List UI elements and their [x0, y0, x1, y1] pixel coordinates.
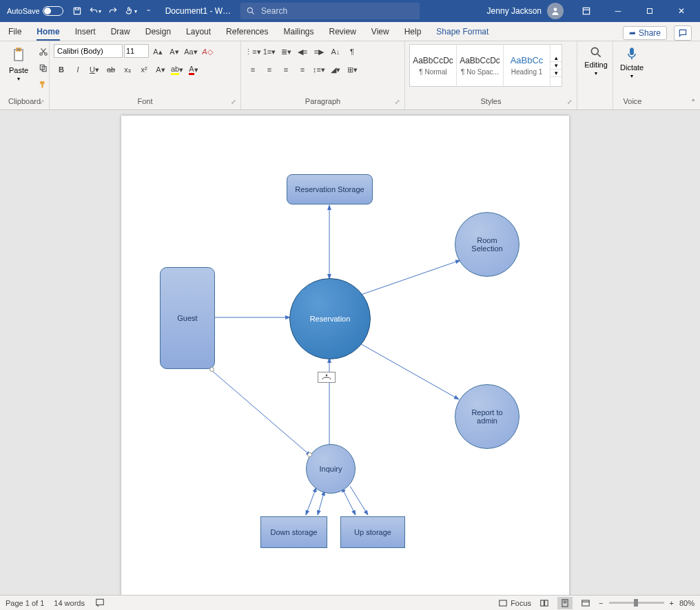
strikethrough-button[interactable]: ab — [103, 62, 119, 77]
layout-options-button[interactable] — [318, 372, 336, 383]
clipboard-launcher[interactable]: ⤢ — [39, 98, 45, 105]
cut-button[interactable] — [36, 44, 51, 59]
borders-button[interactable]: ⊞▾ — [344, 62, 360, 77]
tab-file[interactable]: File — [8, 27, 21, 41]
align-left-button[interactable]: ≡ — [245, 62, 260, 77]
undo-button[interactable]: ▾ — [88, 4, 102, 18]
autosave-switch-off[interactable] — [43, 6, 63, 16]
spelling-icon[interactable] — [94, 598, 105, 609]
tab-shape-format[interactable]: Shape Format — [436, 27, 488, 41]
selection-handle[interactable] — [209, 367, 214, 372]
shape-down-storage[interactable]: Down storage — [260, 516, 327, 548]
word-count[interactable]: 14 words — [54, 599, 85, 607]
change-case-button[interactable]: Aa▾ — [183, 44, 198, 59]
selection-handle[interactable] — [307, 452, 312, 457]
increase-indent-button[interactable]: ≡▶ — [311, 44, 327, 59]
styles-more[interactable]: ▾ — [550, 70, 562, 77]
shape-room-selection[interactable]: Room Selection — [455, 212, 519, 277]
shrink-font-button[interactable]: A▾ — [167, 44, 182, 59]
web-layout-button[interactable] — [578, 597, 593, 609]
styles-scroll-down[interactable]: ▾ — [550, 62, 562, 70]
tab-insert[interactable]: Insert — [75, 27, 96, 41]
font-launcher[interactable]: ⤢ — [231, 98, 236, 105]
tab-home[interactable]: Home — [37, 27, 59, 41]
qat-customize[interactable]: ⁼ — [142, 4, 156, 18]
read-mode-button[interactable] — [537, 597, 552, 609]
font-name-combo[interactable] — [54, 44, 123, 58]
subscript-button[interactable]: x₂ — [120, 62, 135, 77]
zoom-out-button[interactable]: − — [599, 599, 603, 607]
superscript-button[interactable]: x² — [136, 62, 152, 77]
justify-button[interactable]: ≡ — [295, 62, 310, 77]
italic-button[interactable]: I — [70, 62, 85, 77]
bold-button[interactable]: B — [54, 62, 69, 77]
user-account[interactable]: Jenny Jackson — [487, 3, 564, 19]
styles-scroll-up[interactable]: ▴ — [550, 54, 562, 62]
zoom-slider[interactable] — [609, 602, 664, 604]
zoom-in-button[interactable]: + — [670, 599, 674, 607]
page[interactable]: Reservation Storage Room Selection Guest… — [121, 116, 569, 595]
close-button[interactable]: ✕ — [666, 0, 697, 22]
print-layout-button[interactable] — [557, 597, 573, 609]
search-bar[interactable]: Search — [240, 3, 420, 19]
style-normal[interactable]: AaBbCcDc¶ Normal — [410, 45, 457, 86]
multilevel-list-button[interactable]: ≣▾ — [278, 44, 294, 59]
shading-button[interactable]: ◢▾ — [328, 62, 343, 77]
document-title: Document1 - W… — [165, 6, 231, 16]
shape-reservation-storage[interactable]: Reservation Storage — [287, 174, 373, 204]
styles-gallery[interactable]: AaBbCcDc¶ Normal AaBbCcDc¶ No Spac... Aa… — [409, 44, 562, 87]
align-center-button[interactable]: ≡ — [262, 62, 277, 77]
align-right-button[interactable]: ≡ — [278, 62, 294, 77]
decrease-indent-button[interactable]: ◀≡ — [295, 44, 310, 59]
ribbon-display-button[interactable] — [570, 0, 602, 22]
dictate-button[interactable]: Dictate ▾ — [617, 44, 646, 81]
shape-reservation[interactable]: Reservation — [289, 278, 371, 359]
paste-button[interactable]: Paste ▾ — [4, 44, 33, 83]
show-marks-button[interactable]: ¶ — [344, 44, 360, 59]
maximize-button[interactable] — [634, 0, 666, 22]
text-effects-button[interactable]: A▾ — [153, 62, 168, 77]
underline-button[interactable]: U▾ — [87, 62, 102, 77]
style-no-spacing[interactable]: AaBbCcDc¶ No Spac... — [457, 45, 504, 86]
svg-point-23 — [326, 375, 327, 376]
font-color-button[interactable]: A▾ — [186, 62, 201, 77]
touch-mode-button[interactable]: ▾ — [124, 4, 138, 18]
bullets-button[interactable]: ⋮≡▾ — [245, 44, 260, 59]
tab-help[interactable]: Help — [404, 27, 422, 41]
sort-button[interactable]: A↓ — [328, 44, 343, 59]
font-size-combo[interactable] — [124, 44, 149, 58]
tab-design[interactable]: Design — [145, 27, 171, 41]
redo-button[interactable] — [106, 4, 120, 18]
shape-up-storage[interactable]: Up storage — [340, 516, 405, 548]
shape-report-admin[interactable]: Report to admin — [455, 384, 519, 449]
focus-button[interactable]: Focus — [498, 598, 531, 608]
clear-formatting-button[interactable]: A◇ — [200, 44, 215, 59]
numbering-button[interactable]: 1≡▾ — [262, 44, 277, 59]
editing-button[interactable]: Editing ▾ — [581, 44, 610, 78]
tab-view[interactable]: View — [371, 27, 389, 41]
tab-references[interactable]: References — [226, 27, 268, 41]
comments-button[interactable] — [674, 25, 692, 41]
line-spacing-button[interactable]: ↕≡▾ — [311, 62, 327, 77]
share-button[interactable]: ➦Share — [623, 26, 667, 40]
svg-line-19 — [306, 487, 316, 515]
autosave-toggle[interactable]: AutoSave — [7, 6, 63, 16]
save-icon[interactable] — [70, 4, 84, 18]
shape-guest[interactable]: Guest — [160, 267, 215, 369]
grow-font-button[interactable]: A▴ — [150, 44, 165, 59]
highlight-button[interactable]: ab▾ — [169, 62, 185, 77]
tab-draw[interactable]: Draw — [111, 27, 130, 41]
styles-launcher[interactable]: ⤢ — [567, 98, 573, 105]
format-painter-button[interactable] — [36, 77, 51, 92]
collapse-ribbon-button[interactable]: ˄ — [691, 98, 696, 108]
tab-review[interactable]: Review — [329, 27, 356, 41]
paragraph-launcher[interactable]: ⤢ — [395, 98, 400, 105]
copy-button[interactable] — [36, 61, 51, 76]
tab-layout[interactable]: Layout — [186, 27, 211, 41]
tab-mailings[interactable]: Mailings — [283, 27, 313, 41]
minimize-button[interactable]: ─ — [602, 0, 634, 22]
zoom-level[interactable]: 80% — [679, 599, 694, 607]
style-heading1[interactable]: AaBbCcHeading 1 — [504, 45, 550, 86]
page-indicator[interactable]: Page 1 of 1 — [6, 599, 44, 607]
shape-inquiry[interactable]: Inquiry — [306, 444, 356, 494]
